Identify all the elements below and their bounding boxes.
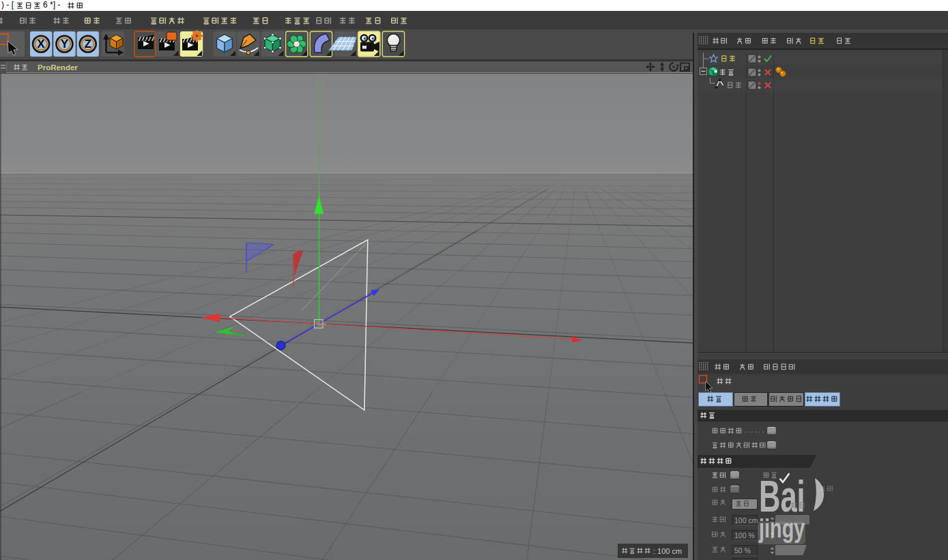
svg-text:X: X — [38, 38, 45, 50]
svg-text:jingy: jingy — [758, 514, 805, 543]
svg-text:Y: Y — [61, 38, 68, 50]
svg-text:Z: Z — [85, 38, 91, 50]
